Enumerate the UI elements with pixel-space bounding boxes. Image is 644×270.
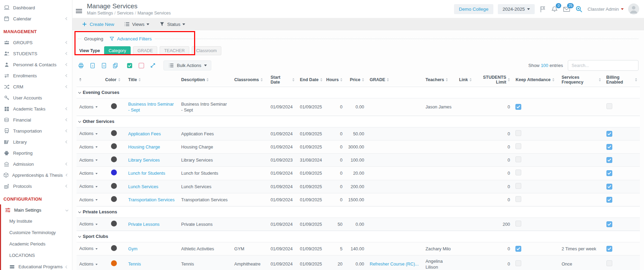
sidebar-item-students[interactable]: STUDENTS	[0, 48, 72, 59]
breadcrumb-item[interactable]: Services	[117, 11, 133, 16]
chevron-down-icon[interactable]	[78, 210, 81, 213]
sidebar-item-admission[interactable]: Admission	[0, 158, 72, 170]
column-header-keep-attendance[interactable]: Keep Attendance	[513, 73, 559, 87]
column-header-services-frequency[interactable]: Services Frequency	[559, 73, 604, 87]
column-header-color[interactable]: Color	[102, 73, 125, 87]
billing-enabled-checkbox[interactable]	[606, 197, 612, 203]
expand-icon[interactable]	[150, 62, 156, 68]
column-header-grade[interactable]: GRADE	[367, 73, 423, 87]
service-title-link[interactable]: Gym	[128, 246, 138, 251]
service-title-link[interactable]: Transportation Services	[128, 197, 175, 202]
sidebar-item-library[interactable]: Library	[0, 136, 72, 147]
sidebar-item-calendar[interactable]: Calendar	[0, 13, 72, 24]
export-excel-icon[interactable]: x	[90, 62, 95, 69]
sidebar-item-personnel-contacts[interactable]: Personnel & Contacts	[0, 59, 72, 70]
service-title-link[interactable]: Lunch for Students	[128, 171, 165, 176]
sidebar-item-transportation[interactable]: Transportation	[0, 125, 72, 136]
status-dropdown[interactable]: Status	[159, 22, 185, 27]
column-header-title[interactable]: Title	[125, 73, 179, 87]
service-title-link[interactable]: Housing Charge	[128, 144, 160, 150]
service-title-link[interactable]: Lunch Services	[128, 184, 159, 189]
row-actions-dropdown[interactable]: Actions	[79, 246, 98, 252]
column-header-billing-enabled[interactable]: Billing Enabled	[604, 73, 640, 87]
keep-attendance-checkbox[interactable]	[515, 170, 521, 175]
billing-enabled-checkbox[interactable]	[606, 131, 612, 137]
deselect-all-icon[interactable]	[138, 62, 144, 69]
service-title-link[interactable]: Business Intro Seminar - Sept	[128, 102, 174, 113]
views-dropdown[interactable]: Views	[124, 22, 149, 27]
column-header-sort[interactable]	[77, 73, 102, 87]
copy-icon[interactable]	[112, 62, 118, 69]
column-header-classrooms[interactable]: Classrooms	[231, 73, 268, 87]
create-new-button[interactable]: Create New	[81, 22, 114, 27]
export-word-icon[interactable]: w	[101, 62, 107, 69]
search-zoom-icon[interactable]	[575, 5, 583, 13]
sidebar-subitem-customize-terminology[interactable]: Customize Terminology	[1, 227, 72, 238]
row-actions-dropdown[interactable]: Actions	[79, 157, 98, 163]
billing-enabled-checkbox[interactable]	[606, 170, 612, 176]
sidebar-subitem-educational-programs[interactable]: Educational Programs	[1, 261, 72, 270]
keep-attendance-checkbox[interactable]	[515, 260, 521, 266]
breadcrumb-item[interactable]: Main Settings	[87, 11, 113, 16]
billing-enabled-checkbox[interactable]	[606, 144, 612, 150]
view-type-button-category[interactable]: Category	[104, 46, 131, 55]
row-actions-dropdown[interactable]: Actions	[79, 184, 98, 190]
row-actions-dropdown[interactable]: Actions	[79, 261, 98, 267]
billing-enabled-checkbox[interactable]	[606, 221, 612, 227]
billing-enabled-checkbox[interactable]	[606, 103, 612, 109]
billing-enabled-checkbox[interactable]	[606, 260, 612, 266]
avatar[interactable]	[628, 3, 639, 15]
row-actions-dropdown[interactable]: Actions	[79, 171, 98, 176]
row-actions-dropdown[interactable]: Actions	[79, 221, 98, 227]
billing-enabled-checkbox[interactable]	[606, 157, 612, 163]
row-actions-dropdown[interactable]: Actions	[79, 104, 98, 110]
keep-attendance-checkbox[interactable]	[515, 196, 521, 202]
service-title-link[interactable]: Library Services	[128, 157, 160, 163]
select-all-icon[interactable]	[127, 62, 133, 69]
user-menu[interactable]: Classter Admin	[587, 7, 624, 12]
keep-attendance-checkbox[interactable]	[515, 221, 521, 226]
column-header-price[interactable]: Price	[345, 73, 367, 87]
keep-attendance-checkbox[interactable]	[515, 246, 521, 252]
service-title-link[interactable]: Private Lessons	[128, 222, 160, 227]
chevron-down-icon[interactable]	[78, 120, 81, 123]
entries-count[interactable]: 100	[541, 63, 549, 68]
row-actions-dropdown[interactable]: Actions	[79, 197, 98, 203]
chevron-down-icon[interactable]	[78, 91, 81, 94]
sidebar-item-groups[interactable]: GROUPS	[0, 37, 72, 48]
sidebar-subitem-my-institute[interactable]: My Institute	[1, 215, 72, 227]
academic-year-dropdown[interactable]: 2024-2025	[498, 4, 535, 14]
sidebar-item-main-settings[interactable]: Main Settings	[1, 204, 72, 215]
row-actions-dropdown[interactable]: Actions	[79, 144, 98, 150]
sidebar-item-crm[interactable]: CRM	[0, 81, 72, 92]
sidebar-item-reporting[interactable]: Reporting	[0, 147, 72, 158]
advanced-filters-link[interactable]: Advanced Filters	[117, 36, 152, 41]
sidebar-item-academic-tasks[interactable]: Academic Tasks	[0, 103, 72, 114]
column-header-start-date[interactable]: Start Date	[268, 73, 297, 87]
column-header-hours[interactable]: Hours	[327, 73, 345, 87]
grade-link[interactable]: Refresher Course (RC)...	[370, 261, 419, 267]
bulk-actions-dropdown[interactable]: Bulk Actions	[163, 60, 211, 70]
service-title-link[interactable]: Application Fees	[128, 131, 161, 136]
column-header-end-date[interactable]: End Date	[297, 73, 327, 87]
view-type-button-teacher[interactable]: TEACHER	[160, 46, 189, 55]
chevron-down-icon[interactable]	[78, 235, 81, 238]
print-icon[interactable]	[78, 62, 84, 69]
column-header-students-limit[interactable]: STUDENTS Limit	[481, 73, 513, 87]
billing-enabled-checkbox[interactable]	[606, 184, 612, 190]
column-header-link[interactable]: Link	[456, 73, 481, 87]
notifications-bell-icon[interactable]: 0	[551, 6, 558, 13]
row-actions-dropdown[interactable]: Actions	[79, 131, 98, 137]
sidebar-item-apprenticeships-thesis[interactable]: Apprenticeships & Thesis	[0, 170, 72, 181]
keep-attendance-checkbox[interactable]	[515, 104, 521, 110]
sidebar-subitem-academic-periods[interactable]: Academic Periods	[1, 238, 72, 250]
service-title-link[interactable]: Tennis	[128, 261, 141, 267]
keep-attendance-checkbox[interactable]	[515, 156, 521, 162]
menu-toggle-icon[interactable]	[76, 8, 82, 14]
flag-icon[interactable]	[539, 6, 546, 13]
sidebar-item-dashboard[interactable]: Dashboard	[0, 2, 72, 13]
sidebar-item-user-accounts[interactable]: User Accounts	[0, 92, 72, 103]
column-header-description[interactable]: Description	[179, 73, 232, 87]
sidebar-subitem-locations[interactable]: LOCATIONS	[1, 250, 72, 261]
keep-attendance-checkbox[interactable]	[515, 143, 521, 149]
